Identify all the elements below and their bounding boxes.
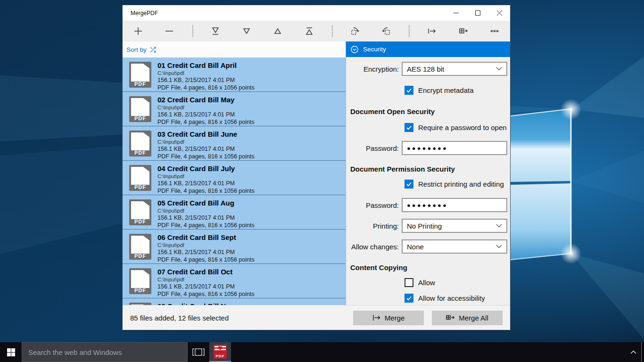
- open-password-value: ●●●●●●●●: [407, 145, 448, 152]
- task-view-icon: [192, 348, 205, 356]
- sort-icon: [150, 47, 157, 53]
- pdf-file-icon: PDF: [129, 303, 151, 305]
- checkmark-icon: [405, 295, 413, 302]
- printing-row: Printing: No Printing: [350, 219, 510, 233]
- file-name: 06 Credit Card Bill Sept: [157, 233, 343, 242]
- move-to-bottom-icon[interactable]: [200, 21, 231, 41]
- titlebar: MergePDF: [123, 5, 510, 21]
- allow-copy-row: Allow: [405, 278, 510, 287]
- desktop: MergePDF: [0, 0, 644, 362]
- permission-password-label: Password:: [350, 201, 402, 209]
- document-open-security-header: Document Open Security: [350, 107, 510, 116]
- app-window: MergePDF: [122, 5, 511, 331]
- merge-all-icon[interactable]: [447, 21, 479, 41]
- more-options-icon[interactable]: [479, 21, 510, 41]
- require-password-checkbox[interactable]: [405, 123, 413, 132]
- printing-value: No Printing: [407, 222, 442, 230]
- file-list-item[interactable]: PDF 07 Credit Card Bill Oct C:\Input\pdf…: [123, 264, 346, 298]
- file-path: C:\Input\pdf: [157, 207, 343, 214]
- taskbar: Search the web and Windows PDF: [0, 342, 644, 362]
- file-list-item[interactable]: PDF 03 Credit Card Bill June C:\Input\pd…: [123, 126, 346, 161]
- taskbar-empty-area: [231, 342, 625, 362]
- open-password-input[interactable]: ●●●●●●●●: [402, 141, 507, 155]
- rotate-left-icon[interactable]: [371, 21, 402, 41]
- file-path: C:\Input\pdf: [157, 139, 343, 145]
- pdf-file-icon: PDF: [129, 165, 151, 191]
- encryption-dropdown[interactable]: AES 128 bit: [402, 62, 507, 76]
- move-to-top-icon[interactable]: [293, 21, 324, 41]
- checkmark-icon: [405, 87, 413, 94]
- file-list-item[interactable]: PDF 06 Credit Card Bill Sept C:\Input\pd…: [123, 230, 346, 264]
- allow-changes-dropdown[interactable]: None: [402, 239, 507, 254]
- toolbar-separator: [332, 25, 333, 37]
- restrict-printing-row: Restrict printing and editing: [405, 180, 510, 189]
- file-list-item[interactable]: PDF 04 Credit Card Bill July C:\Input\pd…: [123, 161, 346, 195]
- file-list-item[interactable]: PDF 08 Credit Card Bill Nov C:\Input\pdf…: [123, 298, 346, 305]
- file-name: 07 Credit Card Bill Oct: [157, 268, 343, 276]
- file-path: C:\Input\pdf: [157, 173, 343, 180]
- file-name: 01 Credit Card Bill April: [157, 61, 343, 70]
- toolbar-separator: [192, 25, 193, 37]
- show-desktop-button[interactable]: [641, 342, 644, 362]
- task-view-button[interactable]: [188, 342, 209, 362]
- allow-copy-label: Allow: [418, 279, 435, 287]
- permission-password-value: ●●●●●●●●: [407, 202, 448, 209]
- security-form: Encryption: AES 128 bit Encrypt metadata…: [346, 57, 510, 305]
- sort-by-control[interactable]: Sort by: [123, 41, 346, 58]
- security-panel: Security Encryption: AES 128 bit: [346, 41, 510, 305]
- show-hidden-icons-button[interactable]: [625, 342, 641, 362]
- checkmark-icon: [405, 181, 413, 188]
- move-up-icon[interactable]: [262, 21, 293, 41]
- chevron-down-icon: [496, 67, 502, 71]
- taskbar-search-input[interactable]: Search the web and Windows: [22, 342, 188, 362]
- chevron-down-icon: [496, 245, 502, 248]
- minimize-button[interactable]: [445, 5, 467, 21]
- merge-icon[interactable]: [416, 21, 447, 41]
- search-placeholder: Search the web and Windows: [28, 348, 122, 356]
- collapse-chevron-icon: [350, 45, 359, 54]
- file-list-panel: Sort by PDF 01 Credit Card Bill April C:…: [123, 41, 346, 305]
- rotate-right-icon[interactable]: [339, 21, 371, 41]
- allow-accessibility-row: Allow for accessibility: [405, 294, 510, 303]
- merge-all-icon: [446, 314, 455, 321]
- open-password-label: Password:: [350, 144, 402, 152]
- file-size-date: 156.1 KB, 2/15/2017 4:01 PM: [157, 145, 343, 153]
- file-size-date: 156.1 KB, 2/15/2017 4:01 PM: [157, 111, 343, 118]
- allow-changes-value: None: [407, 243, 424, 251]
- file-size-date: 156.1 KB, 2/15/2017 4:01 PM: [157, 283, 343, 290]
- status-bar: 85 files added, 12 files selected Merge …: [123, 305, 510, 330]
- sort-by-label: Sort by: [126, 46, 147, 53]
- close-button[interactable]: [488, 5, 510, 21]
- pdf-file-icon: PDF: [129, 268, 151, 294]
- allow-copy-checkbox[interactable]: [405, 278, 413, 287]
- file-path: C:\Input\pdf: [157, 242, 343, 248]
- move-down-icon[interactable]: [231, 21, 262, 41]
- printing-dropdown[interactable]: No Printing: [402, 219, 507, 233]
- file-list-item[interactable]: PDF 01 Credit Card Bill April C:\Input\p…: [123, 58, 346, 92]
- encryption-row: Encryption: AES 128 bit: [350, 62, 510, 76]
- start-button[interactable]: [0, 342, 22, 362]
- merge-all-button[interactable]: Merge All: [432, 311, 503, 325]
- file-list[interactable]: PDF 01 Credit Card Bill April C:\Input\p…: [123, 58, 346, 305]
- permission-password-input[interactable]: ●●●●●●●●: [402, 198, 507, 212]
- restrict-printing-checkbox[interactable]: [405, 180, 413, 189]
- maximize-button[interactable]: [467, 5, 488, 21]
- security-panel-header[interactable]: Security: [346, 41, 510, 57]
- remove-files-icon[interactable]: [154, 21, 185, 41]
- status-text: 85 files added, 12 files selected: [130, 314, 229, 322]
- file-type-pages: PDF File, 4 pages, 816 x 1056 points: [157, 118, 343, 126]
- allow-accessibility-checkbox[interactable]: [405, 294, 413, 303]
- file-list-item[interactable]: PDF 05 Credit Card Bill Aug C:\Input\pdf…: [123, 195, 346, 230]
- taskbar-mergepdf-app-button[interactable]: PDF: [209, 342, 231, 362]
- file-list-item[interactable]: PDF 02 Credit Card Bill May C:\Input\pdf…: [123, 92, 346, 126]
- document-permission-security-header: Document Permission Security: [350, 165, 510, 173]
- open-password-row: Password: ●●●●●●●●: [350, 141, 510, 155]
- file-size-date: 156.1 KB, 2/15/2017 4:01 PM: [157, 214, 343, 222]
- add-files-icon[interactable]: [123, 21, 154, 41]
- content-copying-header: Content Copying: [350, 263, 510, 272]
- allow-accessibility-label: Allow for accessibility: [418, 294, 485, 302]
- chevron-up-icon: [630, 350, 636, 354]
- file-type-pages: PDF File, 4 pages, 816 x 1056 points: [157, 153, 343, 160]
- encrypt-metadata-checkbox[interactable]: [405, 86, 413, 95]
- merge-button[interactable]: Merge: [353, 311, 424, 325]
